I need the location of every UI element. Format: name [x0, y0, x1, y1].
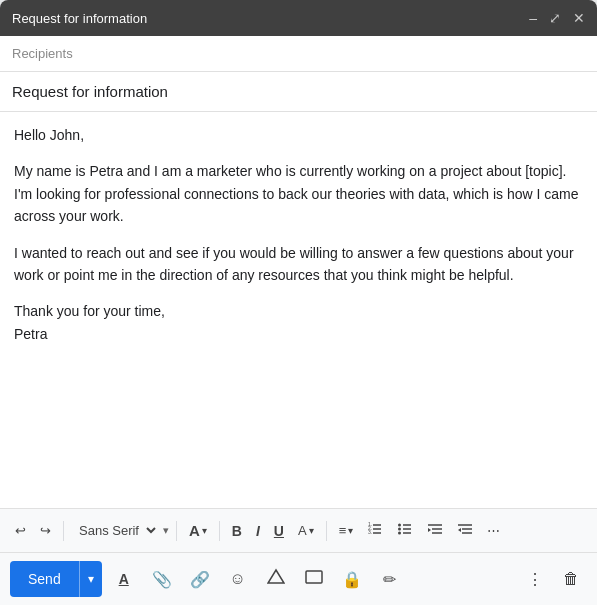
ordered-list-icon: 1.2.3.	[367, 521, 383, 540]
format-text-icon: A	[119, 571, 129, 587]
lock-icon: 🔒	[342, 570, 362, 589]
bottom-bar: Send ▾ A 📎 🔗 ☺	[0, 552, 597, 605]
subject-value: Request for information	[12, 83, 168, 100]
svg-point-10	[398, 528, 401, 531]
font-size-chevron-icon: ▾	[202, 525, 207, 536]
body-greeting: Hello John,	[14, 124, 583, 146]
svg-point-11	[398, 532, 401, 535]
emoji-button[interactable]: ☺	[222, 563, 254, 595]
minimize-button[interactable]: –	[529, 11, 537, 25]
attach-file-button[interactable]: 📎	[146, 563, 178, 595]
format-text-button[interactable]: A	[108, 563, 140, 595]
emoji-icon: ☺	[230, 570, 246, 588]
window-title: Request for information	[12, 11, 147, 26]
unordered-list-icon	[397, 521, 413, 540]
send-group: Send ▾	[10, 561, 102, 597]
align-chevron-icon: ▾	[348, 525, 353, 536]
expand-button[interactable]: ⤢	[549, 11, 561, 25]
recipients-placeholder: Recipients	[12, 46, 73, 61]
font-family-select[interactable]: Sans Serif	[71, 520, 159, 541]
body-closing: Thank you for your time, Petra	[14, 300, 583, 345]
bottom-right: ⋮ 🗑	[519, 563, 587, 595]
italic-button[interactable]: I	[251, 519, 265, 543]
title-bar: Request for information – ⤢ ✕	[0, 0, 597, 36]
outdent-icon	[457, 521, 473, 540]
toolbar-separator-4	[326, 521, 327, 541]
svg-rect-19	[306, 571, 322, 583]
close-button[interactable]: ✕	[573, 11, 585, 25]
undo-icon: ↩	[15, 523, 26, 538]
body-paragraph2: I wanted to reach out and see if you wou…	[14, 242, 583, 287]
underline-button[interactable]: U	[269, 519, 289, 543]
indent-icon	[427, 521, 443, 540]
text-color-button[interactable]: A ▾	[293, 519, 319, 542]
font-size-icon: A	[189, 522, 200, 539]
toolbar-separator-3	[219, 521, 220, 541]
chevron-down-icon: ▾	[163, 524, 169, 537]
send-button[interactable]: Send	[10, 561, 79, 597]
font-size-button[interactable]: A ▾	[184, 518, 212, 543]
more-formatting-button[interactable]: ⋯	[482, 519, 505, 542]
toolbar-separator-2	[176, 521, 177, 541]
text-color-chevron-icon: ▾	[309, 525, 314, 536]
italic-icon: I	[256, 523, 260, 539]
ordered-list-button[interactable]: 1.2.3.	[362, 517, 388, 544]
outdent-button[interactable]	[452, 517, 478, 544]
attach-file-icon: 📎	[152, 570, 172, 589]
text-color-icon: A	[298, 523, 307, 538]
svg-marker-18	[268, 570, 284, 583]
body-paragraph1: My name is Petra and I am a marketer who…	[14, 160, 583, 227]
formatting-toolbar: ↩ ↪ Sans Serif ▾ A ▾ B I U A ▾ ≡	[0, 508, 597, 552]
drive-button[interactable]	[260, 563, 292, 595]
insert-link-button[interactable]: 🔗	[184, 563, 216, 595]
align-button[interactable]: ≡ ▾	[334, 519, 359, 542]
indent-button[interactable]	[422, 517, 448, 544]
redo-button[interactable]: ↪	[35, 519, 56, 542]
bold-button[interactable]: B	[227, 519, 247, 543]
unordered-list-button[interactable]	[392, 517, 418, 544]
svg-text:3.: 3.	[368, 529, 372, 535]
send-dropdown-button[interactable]: ▾	[79, 561, 102, 597]
trash-icon: 🗑	[563, 570, 579, 588]
align-icon: ≡	[339, 523, 347, 538]
subject-row[interactable]: Request for information	[0, 72, 597, 112]
underline-icon: U	[274, 523, 284, 539]
bottom-left: Send ▾ A 📎 🔗 ☺	[10, 561, 406, 597]
toolbar-separator-1	[63, 521, 64, 541]
svg-point-9	[398, 524, 401, 527]
bold-icon: B	[232, 523, 242, 539]
redo-icon: ↪	[40, 523, 51, 538]
insert-photo-button[interactable]	[298, 563, 330, 595]
undo-button[interactable]: ↩	[10, 519, 31, 542]
more-options-icon: ⋮	[527, 570, 543, 589]
more-options-button[interactable]: ⋮	[519, 563, 551, 595]
confidential-mode-button[interactable]: 🔒	[336, 563, 368, 595]
send-dropdown-chevron-icon: ▾	[88, 572, 94, 586]
recipients-row[interactable]: Recipients	[0, 36, 597, 72]
drive-icon	[267, 568, 285, 590]
insert-link-icon: 🔗	[190, 570, 210, 589]
insert-photo-icon	[305, 568, 323, 590]
body-area[interactable]: Hello John, My name is Petra and I am a …	[0, 112, 597, 508]
signature-button[interactable]: ✏	[374, 563, 406, 595]
signature-icon: ✏	[383, 570, 396, 589]
delete-button[interactable]: 🗑	[555, 563, 587, 595]
more-formatting-icon: ⋯	[487, 523, 500, 538]
title-bar-actions: – ⤢ ✕	[529, 11, 585, 25]
compose-window: Request for information – ⤢ ✕ Recipients…	[0, 0, 597, 605]
